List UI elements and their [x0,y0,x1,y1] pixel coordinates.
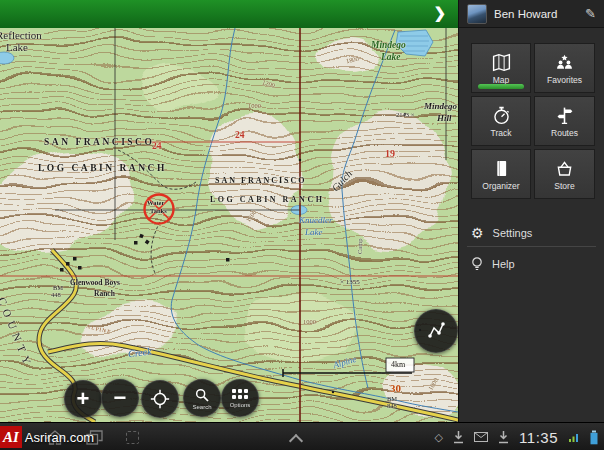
map-label-camp: Camp [357,238,364,254]
map-label-mindego-hill-1: Mindego [424,102,457,111]
map-label-san-francisco-2: SAN FRANCISCO [215,177,307,185]
map-icon [491,52,512,73]
battery-icon [590,430,598,445]
zoom-in-button[interactable]: + [64,380,102,418]
map-label-log-cabin-ranch-1: LOG CABIN RANCH [38,164,167,174]
sidebar: Ben Howard ✎ Map Favorites [458,0,604,422]
map-bm-448-b: 448 [51,292,61,299]
map-spot-1355: × 1355 [340,279,360,286]
watermark-logo: AI [0,426,22,448]
map-grid-number-30: 30 [390,383,401,394]
map-viewport[interactable]: ❯ Reflection Lake SAN FRANCISCO LOG CABI… [0,0,458,422]
map-label-knuedler: Knuedler [299,216,333,225]
map-contour-1000b: 1000 [303,319,316,326]
signpost-icon [554,105,575,126]
help-item[interactable]: Help [459,252,604,276]
map-label-log-cabin-ranch-2: LOG CABIN RANCH [210,196,324,204]
zoom-out-button[interactable]: − [101,379,139,417]
settings-label: Settings [493,227,533,239]
profile-header[interactable]: Ben Howard ✎ [459,0,604,28]
menu-item-routes[interactable]: Routes [534,96,595,146]
menu-item-organizer-label: Organizer [482,181,519,191]
watermark: AI Asriran.com [0,425,94,449]
search-button-label: Search [192,404,211,410]
watermark-text: Asriran.com [25,430,94,445]
gear-icon: ⚙ [471,226,484,240]
avatar[interactable] [467,4,487,24]
map-label-spot-2143: 2143 × [396,112,414,119]
map-label-mindego-hill-2: Hill [437,114,452,123]
map-contour-1000a: 1000 [248,103,261,110]
topo-map-canvas [0,28,458,422]
help-label: Help [492,258,515,270]
statusbar-expand-chevron-icon[interactable] [289,434,303,448]
grid-menu-icon [232,389,248,401]
active-indicator [478,84,524,89]
menu-item-store[interactable]: Store [534,149,595,199]
menu-item-store-label: Store [554,181,574,191]
locate-button[interactable] [141,380,179,418]
download-icon-2 [498,431,509,444]
menu-item-map-label: Map [493,75,510,85]
menu-item-organizer[interactable]: Organizer [471,149,531,199]
map-label-reflection: Reflection [0,30,42,41]
menu-item-track[interactable]: Track [471,96,531,146]
crosshair-icon [149,388,171,410]
sidebar-divider [467,246,596,247]
download-icon [453,431,464,444]
ad-banner[interactable]: ❯ [0,0,458,28]
gps-status-icon: ◇ [435,431,443,444]
lightbulb-icon [471,257,483,272]
map-label-san-francisco-1: SAN FRANCISCO [44,138,154,148]
map-bm-848-b: 848 [387,403,397,410]
settings-item[interactable]: ⚙ Settings [459,221,604,245]
route-path-icon [424,319,448,343]
minus-icon: − [114,387,127,409]
menu-item-favorites-label: Favorites [547,75,582,85]
options-button-label: Options [230,402,251,408]
system-tray[interactable]: ◇ 11:35 [435,423,598,450]
stopwatch-icon [491,105,512,126]
map-label-tanks: Tanks [150,208,167,215]
map-scale-label: 4km [391,361,405,369]
menu-item-track-label: Track [491,128,512,138]
map-grid-number-24a: 24 [152,142,162,152]
banner-expand-chevron-icon[interactable]: ❯ [433,4,446,22]
search-button[interactable]: Search [183,379,221,417]
plus-icon: + [77,388,90,410]
route-tool-button[interactable] [414,309,458,353]
edit-profile-icon[interactable]: ✎ [585,6,596,21]
clock[interactable]: 11:35 [519,429,558,446]
map-label-reflection-lake: Lake [6,42,28,53]
menu-grid: Map Favorites Track [471,43,595,199]
map-label-mindego-lake: Lake [381,53,401,63]
map-label-mindego: Mindego [371,41,406,51]
map-label-water: Water [147,200,164,207]
mail-icon [474,432,488,442]
store-basket-icon [554,158,575,179]
menu-item-favorites[interactable]: Favorites [534,43,595,93]
map-label-glenwood-ranch: Ranch [94,290,115,298]
organizer-book-icon [491,158,512,179]
favorites-icon [554,52,575,73]
map-grid-number-19: 19 [385,149,395,159]
screenshot-icon[interactable] [126,431,139,444]
map-grid-number-24b: 24 [235,131,245,141]
screen: { "banner": { "chevron": "❯" }, "profile… [0,0,604,450]
android-status-bar: AI Asriran.com ◇ 11:35 [0,422,604,450]
menu-item-routes-label: Routes [551,128,578,138]
signal-icon [568,431,580,443]
profile-name: Ben Howard [494,8,578,20]
map-label-knuedler-lake: Lake [305,228,323,237]
menu-item-map[interactable]: Map [471,43,531,93]
options-button[interactable]: Options [221,379,259,417]
map-label-glenwood-boys: Glenwood Boys [70,279,120,287]
search-icon [194,387,210,403]
